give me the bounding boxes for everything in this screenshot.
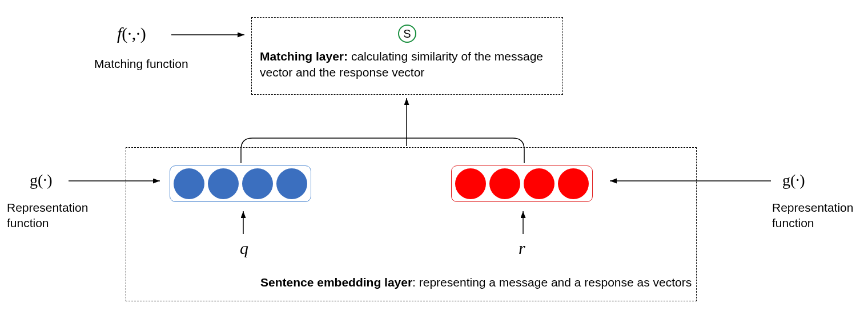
arrow-g-left xyxy=(69,175,166,187)
q-label: q xyxy=(240,239,248,258)
arrow-f-to-matching xyxy=(171,26,257,43)
q-dot-icon xyxy=(174,168,204,199)
g-right-symbol: g(·) xyxy=(782,171,805,189)
matching-layer-text: Matching layer: calculating similarity o… xyxy=(260,49,554,81)
q-dot-icon xyxy=(208,168,239,199)
r-dot-icon xyxy=(558,168,589,199)
r-label: r xyxy=(519,239,525,258)
sentence-embedding-text: Sentence embedding layer: representing a… xyxy=(260,276,692,289)
matching-layer-box: S Matching layer: calculating similarity… xyxy=(251,17,563,95)
arrow-q-up xyxy=(238,208,249,235)
arrow-g-right xyxy=(605,175,777,187)
r-dot-icon xyxy=(524,168,554,199)
r-dot-icon xyxy=(455,168,486,199)
s-circle-icon: S xyxy=(398,25,416,43)
r-vector xyxy=(451,165,593,202)
q-vector xyxy=(170,165,311,202)
g-left-symbol: g(·) xyxy=(30,171,53,189)
q-dot-icon xyxy=(242,168,273,199)
g-left-label: Representationfunction xyxy=(7,200,88,231)
matching-function-label: Matching function xyxy=(94,57,188,71)
r-dot-icon xyxy=(489,168,520,199)
q-dot-icon xyxy=(276,168,307,199)
arrow-r-up xyxy=(517,208,529,235)
matching-function-symbol: f(·,·) xyxy=(117,24,146,43)
g-right-label: Representationfunction xyxy=(772,200,853,231)
